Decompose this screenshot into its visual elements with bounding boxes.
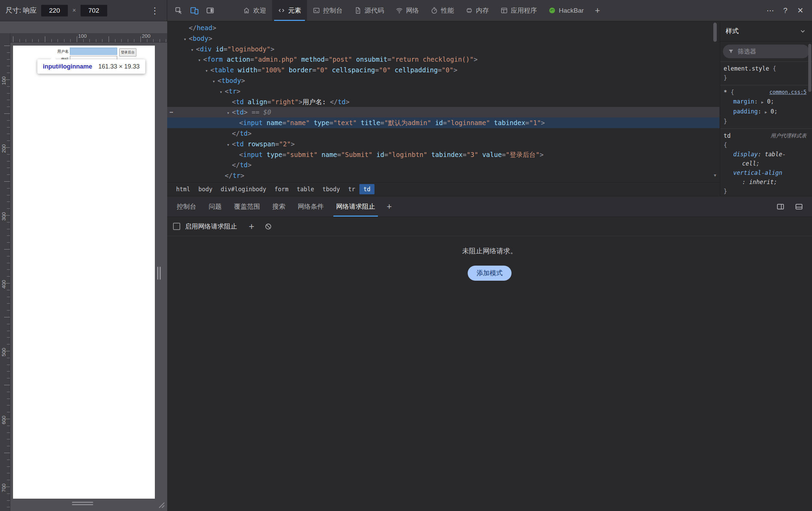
crumb-div#loginbody[interactable]: div#loginbody bbox=[217, 184, 270, 194]
dock-side-icon[interactable] bbox=[776, 203, 785, 211]
tab-performance[interactable]: 性能 bbox=[425, 0, 460, 21]
drawer-tab-search[interactable]: 搜索 bbox=[266, 196, 292, 217]
login-submit-button[interactable]: 登录后台 bbox=[119, 48, 136, 57]
tab-console[interactable]: 控制台 bbox=[307, 0, 348, 21]
style-line[interactable]: } bbox=[720, 187, 812, 196]
style-line[interactable]: : inherit; bbox=[720, 178, 812, 187]
tree-line[interactable]: </tr> bbox=[167, 170, 719, 181]
tree-line[interactable]: ▾<body> bbox=[167, 33, 719, 44]
style-line[interactable]: vertical-align bbox=[720, 168, 812, 178]
style-line[interactable]: } bbox=[720, 73, 812, 83]
drawer-tab-console[interactable]: 控制台 bbox=[171, 196, 202, 217]
style-line[interactable]: { bbox=[720, 141, 812, 150]
tree-line[interactable]: ⋯▾<td> == $0 bbox=[167, 107, 719, 118]
device-toolbar-icon[interactable] bbox=[186, 0, 202, 21]
tree-line[interactable]: </td> bbox=[167, 128, 719, 139]
tree-line[interactable]: <input name="name" type="text" title="默认… bbox=[167, 118, 719, 128]
tree-line[interactable]: ▾<tbody> bbox=[167, 75, 719, 86]
more-options-icon[interactable]: ⋯ bbox=[763, 6, 778, 15]
tab-welcome[interactable]: 欢迎 bbox=[237, 0, 272, 21]
tab-styles[interactable]: 样式 bbox=[726, 27, 739, 36]
crumb-form[interactable]: form bbox=[270, 184, 293, 194]
inspect-icon[interactable] bbox=[171, 0, 186, 21]
device-width-input[interactable]: 220 bbox=[41, 5, 68, 16]
drawer: 控制台问题覆盖范围搜索网络条件网络请求阻止 + 启用网络请求阻止 + 未阻止网络… bbox=[167, 196, 812, 511]
sources-icon bbox=[354, 7, 361, 14]
crumb-tbody[interactable]: tbody bbox=[318, 184, 344, 194]
tab-elements[interactable]: 元素 bbox=[272, 0, 307, 21]
v-ruler-label: 200 bbox=[1, 143, 7, 155]
enable-blocking-checkbox[interactable] bbox=[173, 223, 180, 230]
expand-arrow-icon[interactable]: ▾ bbox=[217, 87, 225, 97]
home-icon bbox=[243, 7, 250, 14]
panel-splitter-handle[interactable] bbox=[157, 267, 161, 280]
expand-arrow-icon[interactable]: ▾ bbox=[224, 139, 232, 150]
tab-hackbar[interactable]: HackBar bbox=[543, 0, 590, 21]
crumb-html[interactable]: html bbox=[172, 184, 194, 194]
help-icon[interactable]: ? bbox=[778, 6, 793, 15]
device-toolbar-overflow-icon[interactable]: ⋮ bbox=[150, 6, 161, 15]
tree-line[interactable]: ▾<form action="admin.php" method="post" … bbox=[167, 54, 719, 65]
tab-label: 欢迎 bbox=[253, 6, 266, 15]
styles-scrollbar-thumb[interactable] bbox=[808, 44, 811, 92]
expand-arrow-icon[interactable]: ▾ bbox=[210, 76, 218, 87]
drawer-add-tab-button[interactable]: + bbox=[381, 196, 397, 217]
styles-filter-input[interactable]: 筛选器 bbox=[723, 45, 809, 58]
style-line[interactable]: } bbox=[720, 117, 812, 126]
tab-memory[interactable]: 内存 bbox=[460, 0, 495, 21]
v-ruler-label: 100 bbox=[1, 75, 7, 87]
style-line[interactable]: margin: ▶ 0; bbox=[720, 97, 812, 107]
expand-arrow-icon[interactable]: ▾ bbox=[196, 55, 203, 65]
expand-arrow-icon[interactable]: ▾ bbox=[188, 45, 196, 55]
drawer-tab-issues[interactable]: 问题 bbox=[202, 196, 228, 217]
chevron-down-icon[interactable] bbox=[799, 27, 807, 35]
drawer-tab-coverage[interactable]: 覆盖范围 bbox=[228, 196, 266, 217]
crumb-tr[interactable]: tr bbox=[344, 184, 359, 194]
network-blocking-toolbar: 启用网络请求阻止 + bbox=[167, 217, 812, 236]
style-line[interactable]: cell; bbox=[720, 159, 812, 168]
drawer-tab-network-conditions[interactable]: 网络条件 bbox=[292, 196, 330, 217]
expand-arrow-icon[interactable]: ▾ bbox=[203, 65, 210, 76]
elements-scrollbar-thumb[interactable] bbox=[713, 23, 717, 42]
style-line[interactable]: padding: ▶ 0; bbox=[720, 107, 812, 117]
add-pattern-button[interactable]: 添加模式 bbox=[468, 266, 512, 281]
crumb-table[interactable]: table bbox=[293, 184, 318, 194]
focus-mode-icon[interactable] bbox=[202, 0, 218, 21]
tree-line[interactable]: <td align="right">用户名: </td> bbox=[167, 97, 719, 107]
network-blocking-content: 未阻止网络请求。 添加模式 bbox=[167, 236, 812, 511]
crumb-body[interactable]: body bbox=[194, 184, 217, 194]
add-tab-button[interactable]: + bbox=[590, 0, 605, 21]
remove-all-patterns-icon[interactable] bbox=[264, 223, 272, 230]
style-rule: * {common.css:5margin: ▶ 0;padding: ▶ 0;… bbox=[720, 85, 812, 129]
tab-sources[interactable]: 源代码 bbox=[348, 0, 390, 21]
style-line[interactable]: td用户代理样式表 bbox=[720, 131, 812, 141]
style-line[interactable]: display: table- bbox=[720, 150, 812, 159]
crumb-td[interactable]: td bbox=[359, 184, 374, 194]
expand-arrow-icon[interactable]: ▾ bbox=[224, 108, 232, 118]
tree-line[interactable]: </td> bbox=[167, 160, 719, 170]
tree-line[interactable]: </head> bbox=[167, 23, 719, 33]
drawer-tab-list: 控制台问题覆盖范围搜索网络条件网络请求阻止 bbox=[171, 196, 381, 217]
tab-application[interactable]: 应用程序 bbox=[495, 0, 543, 21]
style-line[interactable]: element.style { bbox=[720, 64, 812, 73]
tree-line[interactable]: <input type="submit" name="Submit" id="l… bbox=[167, 149, 719, 160]
tab-network[interactable]: 网络 bbox=[390, 0, 425, 21]
corner-resize-grip[interactable] bbox=[156, 499, 165, 509]
style-line[interactable]: * {common.css:5 bbox=[720, 88, 812, 97]
stylesheet-link[interactable]: common.css:5 bbox=[770, 88, 807, 97]
tree-line[interactable]: ▾<table width="100%" border="0" cellspac… bbox=[167, 65, 719, 75]
dock-bottom-icon[interactable] bbox=[795, 203, 803, 211]
add-pattern-icon[interactable]: + bbox=[249, 221, 254, 232]
scroll-down-arrow-icon[interactable]: ▾ bbox=[713, 172, 717, 178]
expand-arrow-icon[interactable]: ▾ bbox=[181, 34, 189, 45]
close-icon[interactable]: ✕ bbox=[793, 6, 808, 15]
tree-line[interactable]: ▾<div id="loginbody"> bbox=[167, 44, 719, 54]
tree-line[interactable]: ▾<td rowspan="2"> bbox=[167, 139, 719, 149]
bottom-resize-handle[interactable] bbox=[72, 502, 93, 505]
row-more-icon[interactable]: ⋯ bbox=[170, 107, 173, 118]
drawer-tab-network-request-blocking[interactable]: 网络请求阻止 bbox=[330, 196, 381, 217]
username-input-highlighted[interactable] bbox=[70, 48, 117, 55]
tree-line[interactable]: ▾<tr> bbox=[167, 86, 719, 97]
device-height-input[interactable]: 702 bbox=[81, 5, 107, 16]
enable-blocking-label[interactable]: 启用网络请求阻止 bbox=[185, 222, 237, 231]
